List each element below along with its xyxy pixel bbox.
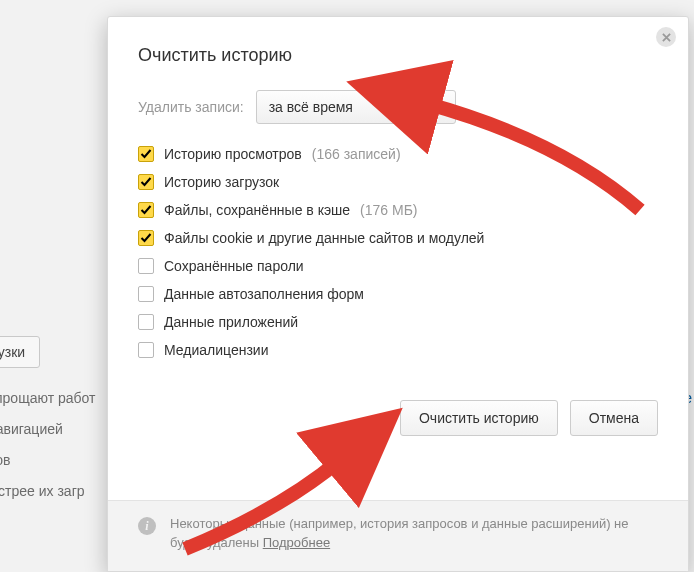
footer-message: Некоторые данные (например, история запр…: [170, 515, 658, 553]
checkbox-browsing[interactable]: [138, 146, 154, 162]
options-list: Историю просмотров (166 записей)Историю …: [138, 146, 658, 358]
option-autofill[interactable]: Данные автозаполнения форм: [138, 286, 658, 302]
option-label: Медиалицензии: [164, 342, 269, 358]
option-count: (166 записей): [312, 146, 401, 162]
option-cookies[interactable]: Файлы cookie и другие данные сайтов и мо…: [138, 230, 658, 246]
option-label: Историю загрузок: [164, 174, 279, 190]
dialog-footer: i Некоторые данные (например, история за…: [108, 500, 688, 571]
time-range-select[interactable]: за всё время ▾: [256, 90, 456, 124]
footer-text: Некоторые данные (например, история запр…: [170, 516, 629, 550]
time-range-value: за всё время: [269, 99, 353, 115]
time-range-row: Удалить записи: за всё время ▾: [138, 90, 658, 124]
checkbox-autofill[interactable]: [138, 286, 154, 302]
dialog-title: Очистить историю: [138, 45, 658, 66]
bg-text-1: упрощают работ: [0, 390, 95, 406]
option-media[interactable]: Медиалицензии: [138, 342, 658, 358]
chevron-down-icon: ▾: [438, 102, 443, 113]
bg-text-2: навигацией: [0, 421, 63, 437]
bg-text-4: ыстрее их загр: [0, 483, 85, 499]
checkbox-media[interactable]: [138, 342, 154, 358]
option-count: (176 МБ): [360, 202, 417, 218]
option-downloads[interactable]: Историю загрузок: [138, 174, 658, 190]
footer-more-link[interactable]: Подробнее: [263, 535, 330, 550]
option-label: Данные автозаполнения форм: [164, 286, 364, 302]
dialog-body: Очистить историю Удалить записи: за всё …: [108, 17, 688, 500]
clear-history-dialog: Очистить историю Удалить записи: за всё …: [107, 16, 689, 572]
close-icon[interactable]: [656, 27, 676, 47]
checkbox-appdata[interactable]: [138, 314, 154, 330]
option-label: Файлы cookie и другие данные сайтов и мо…: [164, 230, 484, 246]
bg-text-3: сов: [0, 452, 10, 468]
checkbox-cache[interactable]: [138, 202, 154, 218]
option-label: Файлы, сохранённые в кэше: [164, 202, 350, 218]
info-icon: i: [138, 517, 156, 535]
option-browsing[interactable]: Историю просмотров (166 записей): [138, 146, 658, 162]
option-label: Историю просмотров: [164, 146, 302, 162]
checkbox-passwords[interactable]: [138, 258, 154, 274]
cancel-button[interactable]: Отмена: [570, 400, 658, 436]
bg-button-downloads[interactable]: грузки: [0, 336, 40, 368]
option-passwords[interactable]: Сохранённые пароли: [138, 258, 658, 274]
option-label: Сохранённые пароли: [164, 258, 304, 274]
dialog-actions: Очистить историю Отмена: [138, 382, 658, 436]
checkbox-cookies[interactable]: [138, 230, 154, 246]
time-range-label: Удалить записи:: [138, 99, 244, 115]
option-appdata[interactable]: Данные приложений: [138, 314, 658, 330]
option-label: Данные приложений: [164, 314, 298, 330]
clear-history-button[interactable]: Очистить историю: [400, 400, 558, 436]
option-cache[interactable]: Файлы, сохранённые в кэше (176 МБ): [138, 202, 658, 218]
checkbox-downloads[interactable]: [138, 174, 154, 190]
